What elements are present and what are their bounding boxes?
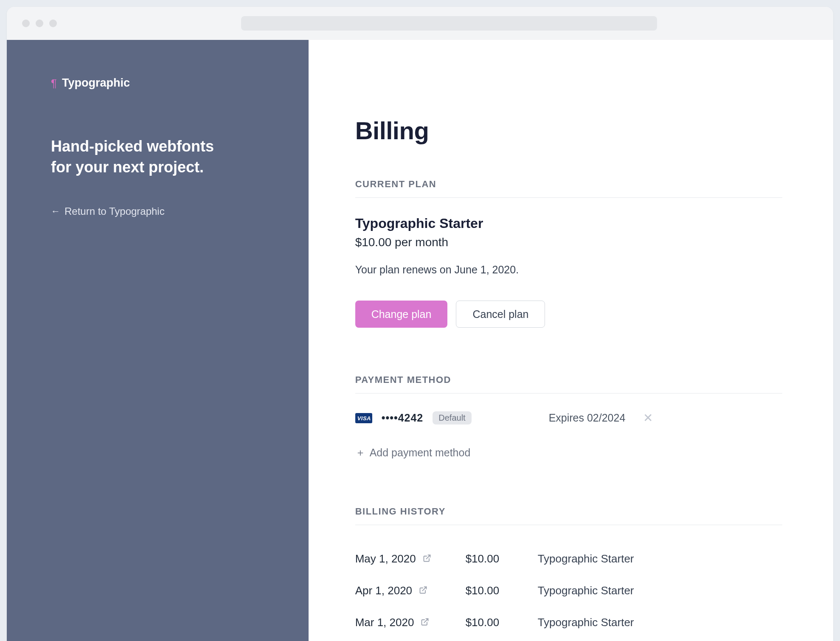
plan-name: Typographic Starter [355,216,782,231]
visa-card-icon: VISA [355,413,372,423]
plan-price: $10.00 per month [355,236,782,249]
section-label-payment-method: PAYMENT METHOD [355,374,782,385]
divider [355,393,782,394]
change-plan-button[interactable]: Change plan [355,301,448,328]
main-content: Billing CURRENT PLAN Typographic Starter… [309,40,833,641]
card-expires: Expires 02/2024 [549,412,626,424]
plus-icon: ＋ [355,446,365,459]
svg-line-0 [426,555,430,559]
traffic-dot-max-icon [49,20,57,27]
pilcrow-icon: ¶ [51,78,57,89]
plan-renew-text: Your plan renews on June 1, 2020. [355,264,782,276]
address-bar[interactable] [241,16,657,31]
history-amount: $10.00 [466,616,538,629]
divider [355,197,782,198]
external-link-icon[interactable] [421,616,429,629]
history-date: Mar 1, 2020 [355,616,414,629]
billing-history: May 1, 2020 $10.00 Typographic Starter A… [355,543,782,638]
sidebar-tagline: Hand-picked webfonts for your next proje… [51,136,221,177]
history-amount: $10.00 [466,552,538,565]
history-amount: $10.00 [466,584,538,597]
card-last4: ••••4242 [382,412,424,424]
section-label-current-plan: CURRENT PLAN [355,179,782,190]
traffic-dot-close-icon [22,20,30,27]
window-traffic-lights [22,20,57,27]
add-payment-method-button[interactable]: ＋ Add payment method [355,446,471,459]
external-link-icon[interactable] [423,552,431,565]
history-row: Apr 1, 2020 $10.00 Typographic Starter [355,575,782,607]
page-title: Billing [355,116,782,145]
payment-method-row: VISA ••••4242 Default Expires 02/2024 ✕ [355,411,782,425]
remove-card-button[interactable]: ✕ [643,412,653,424]
brand: ¶ Typographic [51,76,266,90]
svg-line-1 [422,587,426,591]
return-link-label: Return to Typographic [65,205,165,217]
divider [355,525,782,525]
section-label-billing-history: BILLING HISTORY [355,506,782,517]
svg-line-2 [424,619,428,623]
default-badge: Default [433,411,471,425]
browser-chrome [7,7,833,40]
sidebar: ¶ Typographic Hand-picked webfonts for y… [7,40,309,641]
add-payment-method-label: Add payment method [370,447,471,459]
history-row: Mar 1, 2020 $10.00 Typographic Starter [355,607,782,638]
history-date: Apr 1, 2020 [355,584,412,597]
history-row: May 1, 2020 $10.00 Typographic Starter [355,543,782,575]
history-desc: Typographic Starter [538,616,634,629]
browser-window: ¶ Typographic Hand-picked webfonts for y… [7,7,833,641]
arrow-left-icon: ← [51,206,60,217]
history-desc: Typographic Starter [538,552,634,565]
brand-name: Typographic [62,76,130,90]
traffic-dot-min-icon [36,20,43,27]
history-date: May 1, 2020 [355,552,416,565]
return-link[interactable]: ← Return to Typographic [51,205,266,217]
cancel-plan-button[interactable]: Cancel plan [456,301,545,328]
external-link-icon[interactable] [419,584,427,597]
close-icon: ✕ [643,411,653,425]
history-desc: Typographic Starter [538,584,634,597]
